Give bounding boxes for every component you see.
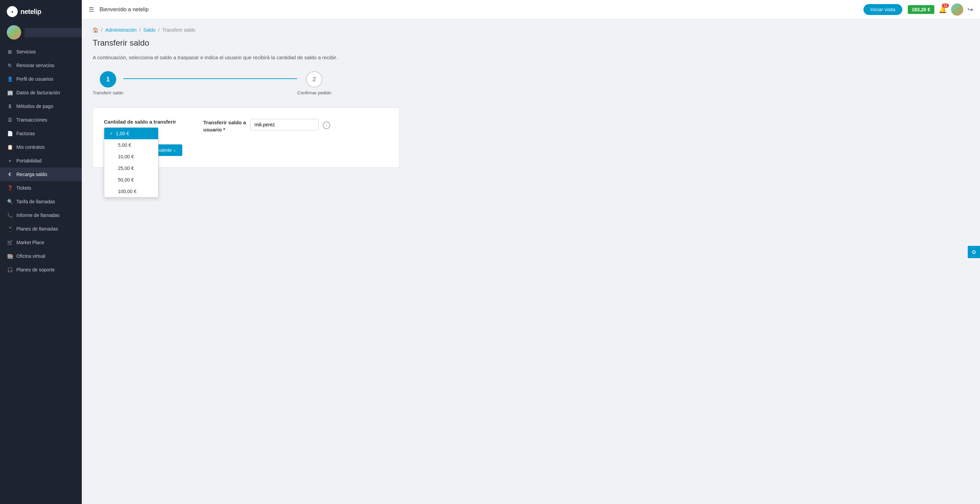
dropdown-option[interactable]: 10,00 € [104,151,158,162]
topbar-avatar[interactable] [951,3,963,16]
sidebar-item-label: Oficina virtual [16,254,45,259]
sidebar-item-servicios[interactable]: ⊞Servicios [0,45,82,59]
option-label: 1,00 € [116,131,129,136]
notif-count: 11 [942,3,949,8]
breadcrumb-sep2: / [139,27,141,33]
sidebar-item-label: Mis contratos [16,144,45,150]
breadcrumb-current: Transferir saldo [162,27,195,33]
logout-icon[interactable]: ↪ [967,5,973,14]
step-connector [123,78,297,79]
search-icon: 🔍 [7,198,13,204]
cantidad-label: Cantidad de saldo a transferir [104,119,176,125]
sidebar-item-recarga[interactable]: €Recarga saldo [0,168,82,181]
sidebar-item-label: Portabilidad [16,158,41,163]
list-icon: ☰ [7,117,13,123]
refresh-icon: ↻ [7,62,13,68]
sidebar-item-facturacion[interactable]: 🏢Datos de facturación [0,86,82,100]
search-input[interactable] [24,28,82,37]
step2-circle: 2 [306,71,322,87]
option-label: 50,00 € [118,177,134,182]
sidebar-item-label: Planes de soporte [16,267,55,273]
breadcrumb-saldo[interactable]: Saldo [143,27,156,33]
phone-icon: 📞 [7,212,13,218]
headset-icon: 🎧 [7,267,13,273]
step2-label: Confirmar pedido [297,90,331,95]
stepper: 1 Transferir saldo 2 Confirmar pedido [93,71,331,95]
file-icon: 📄 [7,130,13,136]
hamburger-button[interactable]: ☰ [89,6,94,13]
sidebar-item-planes[interactable]: 📱Planes de llamadas [0,222,82,236]
sidebar-item-label: Facturas [16,131,35,136]
circle-q-icon: ❓ [7,185,13,191]
balance-badge: 183,26 € [908,5,935,14]
sidebar-item-label: Renovar servicios [16,63,54,68]
check-icon: ✓ [110,131,113,136]
page-description: A continuación, selecciona el saldo a tr… [93,54,969,60]
doc-icon: 📋 [7,144,13,150]
sidebar-item-label: Transacciones [16,117,48,123]
user-input[interactable] [250,119,318,130]
sidebar-item-portabilidad[interactable]: +Portabilidad [0,154,82,168]
option-label: 10,00 € [118,154,134,159]
sidebar-item-renovar[interactable]: ↻Renovar servicios [0,59,82,72]
sidebar-item-oficina[interactable]: 🏬Oficina virtual [0,249,82,263]
sidebar-item-contratos[interactable]: 📋Mis contratos [0,140,82,154]
page-title: Transferir saldo [93,38,969,48]
sidebar-item-label: Planes de llamadas [16,226,58,231]
sidebar-item-label: Informe de llamadas [16,212,60,218]
sidebar-item-label: Perfil de usuarios [16,76,53,82]
sidebar-item-facturas[interactable]: 📄Facturas [0,127,82,140]
dropdown-option[interactable]: 25,00 € [104,162,158,174]
option-label: 100,00 € [118,189,137,194]
dropdown-option[interactable]: 50,00 € [104,174,158,185]
topbar: ☰ Bienvenido a netelip Iniciar visita 18… [82,0,980,19]
breadcrumb-admin[interactable]: Administración [105,27,137,33]
dropdown-option[interactable]: 5,00 € [104,139,158,151]
sidebar-item-tickets[interactable]: ❓Tickets [0,181,82,195]
sidebar-item-transacciones[interactable]: ☰Transacciones [0,113,82,127]
settings-cog-button[interactable]: ⚙ [968,246,980,258]
shop-icon: 🛒 [7,239,13,246]
avatar[interactable] [7,25,21,40]
building-icon: 🏢 [7,90,13,96]
building2-icon: 🏬 [7,253,13,259]
breadcrumb-sep3: / [158,27,159,33]
grid-icon: ⊞ [7,49,13,55]
sidebar-profile [0,22,82,45]
dropdown-menu[interactable]: ✓1,00 €5,00 €10,00 €25,00 €50,00 €100,00… [104,127,158,198]
euro-icon: € [7,171,13,178]
form-card: Cantidad de saldo a transferir ✓1,00 €5,… [93,108,399,168]
sidebar-item-label: Tickets [16,185,31,191]
sidebar-item-label: Recarga saldo [16,172,47,177]
step-2: 2 Confirmar pedido [297,71,331,95]
notifications-button[interactable]: 🔔 11 [939,5,947,14]
option-label: 25,00 € [118,165,134,171]
info-icon[interactable]: i [323,122,330,129]
sidebar-item-metodos[interactable]: $Métodos de pago [0,100,82,113]
dollar-icon: $ [7,103,13,109]
step-1: 1 Transferir saldo [93,71,123,95]
logo-area: ● netelip [0,0,82,22]
logo-icon: ● [7,6,18,17]
sidebar-item-tarifa[interactable]: 🔍Tarifa de llamadas [0,195,82,208]
content-area: 🏠 / Administración / Saldo / Transferir … [82,19,980,504]
sidebar-item-perfil[interactable]: 👤Perfil de usuarios [0,72,82,86]
plus-icon: + [7,158,13,164]
breadcrumb-sep1: / [101,27,103,33]
sidebar-item-label: Servicios [16,49,36,54]
sidebar-item-informe[interactable]: 📞Informe de llamadas [0,208,82,222]
iniciar-visita-button[interactable]: Iniciar visita [864,4,902,15]
dropdown-option[interactable]: 100,00 € [104,185,158,197]
main-container: ☰ Bienvenido a netelip Iniciar visita 18… [82,0,980,504]
step1-number: 1 [106,76,110,83]
chevron-right-icon: › [174,147,175,153]
sidebar-item-soporte[interactable]: 🎧Planes de soporte [0,263,82,277]
sidebar-item-label: Datos de facturación [16,90,60,95]
sidebar-item-label: Tarifa de llamadas [16,199,55,204]
step1-circle: 1 [100,71,116,87]
sidebar-item-marketplace[interactable]: 🛒Market Place [0,236,82,249]
option-label: 5,00 € [118,143,131,148]
breadcrumb-home[interactable]: 🏠 [93,27,99,33]
transfer-label: Transferir saldo a usuario * [204,119,246,133]
dropdown-option[interactable]: ✓1,00 € [104,128,158,139]
